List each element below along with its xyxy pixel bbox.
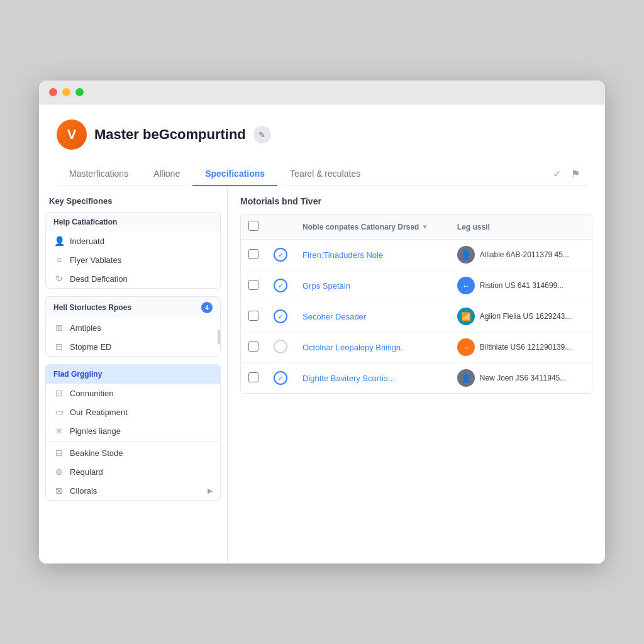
sidebar-item-label: Cllorals (70, 486, 97, 496)
table-container: Noble conpates Cationary Drsed ▼ Leg uss… (240, 214, 592, 394)
item-name[interactable]: Dightte Bavitery Scortio... (303, 374, 395, 383)
sidebar-item-our[interactable]: ▭ Our Reatipment (46, 402, 220, 421)
sidebar-item-stopme[interactable]: ⊟ Stopme ED (46, 337, 220, 356)
sidebar-item-label: Stopme ED (70, 342, 111, 352)
sidebar-item-label: Pignles liange (70, 426, 121, 436)
item-name[interactable]: Firen:Tinaduders Nole (303, 250, 383, 260)
sidebar-item-inderuatd[interactable]: 👤 Inderuatd (46, 231, 220, 250)
sidebar-section-help: Help Catiafication 👤 Inderuatd ≡ Flyer V… (45, 212, 221, 289)
row-name-cell: Firen:Tinaduders Nole (295, 240, 450, 270)
item-name[interactable]: Octolnar Leopalopy Briitign. (303, 343, 403, 352)
sidebar-section-flad: Flad Grggiiny ⊡ Connunitien ▭ Our Reatip… (45, 364, 221, 501)
row-check-cell (241, 301, 266, 332)
asterisk-icon: ✳ (53, 426, 65, 436)
row-status-cell: ✓ (266, 240, 295, 270)
sidebar-item-label: Inderuatd (70, 236, 104, 246)
resource-cell: 👤 New Joen JS6 3411945... (457, 369, 584, 387)
status-checked-icon: ✓ (274, 248, 287, 262)
resource-icon: ← (457, 277, 475, 294)
sidebar-item-label: Desd Defication (70, 274, 128, 284)
content-area: Key Specifiones Help Catiafication 👤 Ind… (39, 186, 605, 564)
row-checkbox[interactable] (248, 280, 258, 290)
th-name-label: Noble conpates Cationary Drsed (303, 223, 419, 231)
tabs-bar: Masterfications Allione Specifications T… (57, 162, 587, 186)
resource-text: Agiion Flelia US 1629243... (480, 312, 571, 321)
resource-text: Ristion US 641 314699... (480, 281, 564, 290)
th-checkbox (241, 214, 266, 240)
resource-cell: 👤 Alliable 6AB-2011379 45... (457, 246, 584, 264)
sidebar-section-hell: Hell Storluctes Rpoes 4 ⊞ Amtiples ⊟ Sto… (45, 296, 221, 357)
sidebar-section-flad-header: Flad Grggiiny (46, 365, 220, 384)
row-resource-cell: ← Ristion US 641 314699... (450, 270, 592, 301)
tab-action-flag[interactable]: ⚑ (569, 165, 582, 182)
tab-masterfications[interactable]: Masterfications (57, 162, 141, 186)
edit-button[interactable]: ✎ (253, 126, 271, 143)
titlebar (39, 80, 605, 104)
tab-specifications[interactable]: Specifications (192, 162, 277, 186)
sidebar-item-beakine[interactable]: ⊟ Beakine Stode (46, 443, 220, 462)
resource-text: Alliable 6AB-2011379 45... (480, 250, 569, 259)
row-checkbox[interactable] (248, 311, 258, 321)
tab-action-check[interactable]: ✓ (550, 165, 564, 182)
select-all-checkbox[interactable] (248, 221, 258, 231)
table-row: Octolnar Leopalopy Briitign. → Biltiniat… (241, 332, 592, 363)
row-checkbox[interactable] (248, 372, 258, 382)
resource-icon: 📶 (457, 308, 475, 325)
resource-icon: → (457, 338, 475, 356)
tab-tearel[interactable]: Tearel & reculates (277, 162, 373, 186)
sidebar-item-requlard[interactable]: ⊕ Requlard (46, 462, 220, 481)
sidebar-section-help-label: Help Catiafication (53, 218, 117, 226)
row-status-cell: ✓ (266, 301, 295, 332)
item-name[interactable]: Secoher Desader (303, 312, 366, 321)
table-header-row: Noble conpates Cationary Drsed ▼ Leg uss… (241, 214, 592, 240)
sidebar-item-label: Our Reatipment (70, 408, 128, 417)
sidebar-section-hell-label: Hell Storluctes Rpoes (53, 303, 131, 312)
sidebar-item-amtiples[interactable]: ⊞ Amtiples (46, 318, 220, 337)
status-checked-icon: ✓ (274, 279, 287, 292)
th-status (266, 214, 295, 240)
brand-row: V Master beGcompurtind ✎ (57, 119, 587, 150)
rect-icon: ▭ (53, 407, 65, 417)
tab-allione[interactable]: Allione (141, 162, 192, 186)
main-section-title: Motorials bnd Tiver (240, 196, 592, 206)
sidebar-item-flyer[interactable]: ≡ Flyer Vablates (46, 250, 220, 269)
sidebar-item-desd[interactable]: ↻ Desd Defication (46, 269, 220, 288)
sort-icon: ▼ (421, 223, 428, 230)
resource-text: New Joen JS6 3411945... (480, 374, 566, 382)
minimize-button[interactable] (62, 88, 70, 96)
th-name[interactable]: Noble conpates Cationary Drsed ▼ (295, 214, 450, 240)
row-resource-cell: 👤 Alliable 6AB-2011379 45... (450, 240, 592, 270)
row-name-cell: Secoher Desader (295, 301, 450, 332)
sidebar-item-label: Requlard (70, 467, 103, 477)
row-check-cell (241, 240, 266, 270)
sidebar-title: Key Specifiones (39, 196, 227, 212)
sidebar-item-connunitien[interactable]: ⊡ Connunitien (46, 384, 220, 402)
row-check-cell (241, 332, 266, 363)
sidebar-item-label: Flyer Vablates (70, 255, 121, 265)
row-resource-cell: 👤 New Joen JS6 3411945... (450, 363, 592, 394)
th-resource-label: Leg ussil (457, 223, 490, 231)
sidebar-item-pignles[interactable]: ✳ Pignles liange (46, 421, 220, 440)
close-button[interactable] (49, 88, 57, 96)
status-checked-icon: ✓ (274, 309, 287, 323)
row-check-cell (241, 363, 266, 394)
resource-cell: ← Ristion US 641 314699... (457, 277, 584, 294)
person-icon: 👤 (53, 236, 65, 246)
row-name-cell: Grps Spetain (295, 270, 450, 301)
scroll-indicator (218, 330, 220, 345)
row-checkbox[interactable] (248, 341, 258, 352)
sidebar-section-flad-label: Flad Grggiiny (53, 370, 102, 379)
status-checked-icon: ✓ (274, 371, 287, 385)
app-body: V Master beGcompurtind ✎ Masterfications… (39, 104, 605, 564)
table-row: ✓ Secoher Desader 📶 Agiion Flelia US 162… (241, 301, 592, 332)
sidebar-divider (46, 441, 220, 442)
row-name-cell: Octolnar Leopalopy Briitign. (295, 332, 450, 363)
refresh-icon: ↻ (53, 274, 65, 284)
status-empty-icon (274, 340, 287, 353)
sidebar-item-cllorals[interactable]: ⊠ Cllorals ▶ (46, 481, 220, 500)
item-name[interactable]: Grps Spetain (303, 281, 350, 291)
main-table: Noble conpates Cationary Drsed ▼ Leg uss… (241, 214, 592, 393)
row-checkbox[interactable] (248, 249, 258, 259)
maximize-button[interactable] (75, 88, 84, 96)
tab-actions: ✓ ⚑ (550, 165, 587, 182)
